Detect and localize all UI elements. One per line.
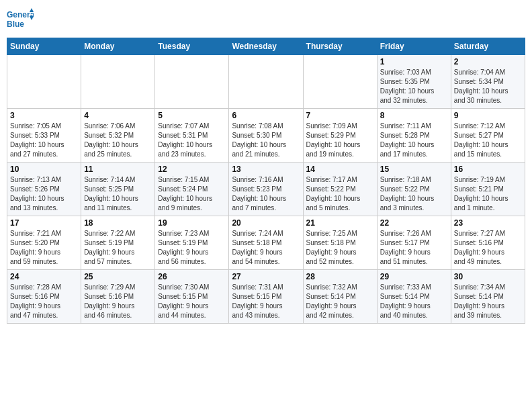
calendar-cell: 4Sunrise: 7:06 AM Sunset: 5:32 PM Daylig…: [81, 109, 155, 163]
calendar-week-2: 3Sunrise: 7:05 AM Sunset: 5:33 PM Daylig…: [7, 109, 525, 163]
weekday-header-monday: Monday: [81, 38, 155, 55]
day-info: Sunrise: 7:05 AM Sunset: 5:33 PM Dayligh…: [10, 122, 78, 159]
day-info: Sunrise: 7:14 AM Sunset: 5:25 PM Dayligh…: [84, 175, 152, 213]
calendar-cell: 21Sunrise: 7:25 AM Sunset: 5:18 PM Dayli…: [303, 216, 377, 270]
weekday-header-thursday: Thursday: [303, 38, 377, 55]
day-info: Sunrise: 7:07 AM Sunset: 5:31 PM Dayligh…: [158, 122, 226, 159]
day-info: Sunrise: 7:06 AM Sunset: 5:32 PM Dayligh…: [84, 122, 152, 159]
calendar-week-4: 17Sunrise: 7:21 AM Sunset: 5:20 PM Dayli…: [7, 216, 525, 270]
calendar-cell: 29Sunrise: 7:33 AM Sunset: 5:14 PM Dayli…: [377, 270, 451, 324]
day-info: Sunrise: 7:19 AM Sunset: 5:21 PM Dayligh…: [454, 175, 522, 213]
day-number: 5: [158, 111, 226, 120]
calendar-cell: [7, 55, 81, 109]
day-info: Sunrise: 7:11 AM Sunset: 5:28 PM Dayligh…: [380, 122, 448, 159]
calendar-cell: 10Sunrise: 7:13 AM Sunset: 5:26 PM Dayli…: [7, 163, 81, 216]
day-info: Sunrise: 7:27 AM Sunset: 5:16 PM Dayligh…: [454, 229, 522, 267]
day-info: Sunrise: 7:12 AM Sunset: 5:27 PM Dayligh…: [454, 122, 522, 159]
day-info: Sunrise: 7:26 AM Sunset: 5:17 PM Dayligh…: [380, 229, 448, 267]
day-number: 21: [306, 218, 374, 228]
day-number: 11: [84, 165, 152, 174]
day-number: 1: [380, 57, 448, 66]
day-info: Sunrise: 7:33 AM Sunset: 5:14 PM Dayligh…: [380, 283, 448, 320]
day-number: 25: [84, 272, 152, 281]
day-number: 15: [380, 165, 448, 174]
calendar-cell: 30Sunrise: 7:34 AM Sunset: 5:14 PM Dayli…: [451, 270, 525, 324]
calendar-cell: 24Sunrise: 7:28 AM Sunset: 5:16 PM Dayli…: [7, 270, 81, 324]
calendar-header-row: SundayMondayTuesdayWednesdayThursdayFrid…: [7, 38, 525, 55]
day-info: Sunrise: 7:34 AM Sunset: 5:14 PM Dayligh…: [454, 283, 522, 320]
calendar-cell: 6Sunrise: 7:08 AM Sunset: 5:30 PM Daylig…: [229, 109, 303, 163]
day-info: Sunrise: 7:28 AM Sunset: 5:16 PM Dayligh…: [10, 283, 78, 320]
calendar-cell: 12Sunrise: 7:15 AM Sunset: 5:24 PM Dayli…: [155, 163, 229, 216]
svg-text:Blue: Blue: [7, 19, 24, 29]
day-number: 6: [232, 111, 300, 120]
day-info: Sunrise: 7:30 AM Sunset: 5:15 PM Dayligh…: [158, 283, 226, 320]
day-info: Sunrise: 7:15 AM Sunset: 5:24 PM Dayligh…: [158, 175, 226, 213]
day-info: Sunrise: 7:17 AM Sunset: 5:22 PM Dayligh…: [306, 175, 374, 213]
calendar-cell: 7Sunrise: 7:09 AM Sunset: 5:29 PM Daylig…: [303, 109, 377, 163]
calendar-cell: 13Sunrise: 7:16 AM Sunset: 5:23 PM Dayli…: [229, 163, 303, 216]
day-info: Sunrise: 7:21 AM Sunset: 5:20 PM Dayligh…: [10, 229, 78, 267]
day-info: Sunrise: 7:24 AM Sunset: 5:18 PM Dayligh…: [232, 229, 300, 267]
day-info: Sunrise: 7:03 AM Sunset: 5:35 PM Dayligh…: [380, 68, 448, 105]
day-info: Sunrise: 7:13 AM Sunset: 5:26 PM Dayligh…: [10, 175, 78, 213]
calendar-cell: 25Sunrise: 7:29 AM Sunset: 5:16 PM Dayli…: [81, 270, 155, 324]
day-number: 28: [306, 272, 374, 281]
day-info: Sunrise: 7:31 AM Sunset: 5:15 PM Dayligh…: [232, 283, 300, 320]
calendar-cell: 17Sunrise: 7:21 AM Sunset: 5:20 PM Dayli…: [7, 216, 81, 270]
day-info: Sunrise: 7:23 AM Sunset: 5:19 PM Dayligh…: [158, 229, 226, 267]
calendar-body: 1Sunrise: 7:03 AM Sunset: 5:35 PM Daylig…: [7, 55, 525, 324]
day-number: 4: [84, 111, 152, 120]
day-number: 23: [454, 218, 522, 228]
calendar-cell: 3Sunrise: 7:05 AM Sunset: 5:33 PM Daylig…: [7, 109, 81, 163]
logo-svg: General Blue: [7, 7, 34, 34]
day-number: 18: [84, 218, 152, 228]
day-number: 27: [232, 272, 300, 281]
day-info: Sunrise: 7:32 AM Sunset: 5:14 PM Dayligh…: [306, 283, 374, 320]
day-info: Sunrise: 7:25 AM Sunset: 5:18 PM Dayligh…: [306, 229, 374, 267]
weekday-header-wednesday: Wednesday: [229, 38, 303, 55]
day-number: 3: [10, 111, 78, 120]
svg-text:General: General: [7, 10, 34, 19]
day-number: 14: [306, 165, 374, 174]
day-number: 2: [454, 57, 522, 66]
calendar-week-5: 24Sunrise: 7:28 AM Sunset: 5:16 PM Dayli…: [7, 270, 525, 324]
logo: General Blue: [7, 7, 34, 34]
day-number: 20: [232, 218, 300, 228]
calendar-cell: 5Sunrise: 7:07 AM Sunset: 5:31 PM Daylig…: [155, 109, 229, 163]
day-number: 19: [158, 218, 226, 228]
calendar-cell: 14Sunrise: 7:17 AM Sunset: 5:22 PM Dayli…: [303, 163, 377, 216]
day-number: 9: [454, 111, 522, 120]
weekday-header-tuesday: Tuesday: [155, 38, 229, 55]
day-info: Sunrise: 7:22 AM Sunset: 5:19 PM Dayligh…: [84, 229, 152, 267]
calendar-cell: 28Sunrise: 7:32 AM Sunset: 5:14 PM Dayli…: [303, 270, 377, 324]
page-header: General Blue: [7, 7, 525, 34]
day-number: 22: [380, 218, 448, 228]
weekday-header-sunday: Sunday: [7, 38, 81, 55]
calendar-cell: 16Sunrise: 7:19 AM Sunset: 5:21 PM Dayli…: [451, 163, 525, 216]
calendar-cell: 22Sunrise: 7:26 AM Sunset: 5:17 PM Dayli…: [377, 216, 451, 270]
day-info: Sunrise: 7:09 AM Sunset: 5:29 PM Dayligh…: [306, 122, 374, 159]
day-info: Sunrise: 7:04 AM Sunset: 5:34 PM Dayligh…: [454, 68, 522, 105]
day-number: 29: [380, 272, 448, 281]
day-info: Sunrise: 7:29 AM Sunset: 5:16 PM Dayligh…: [84, 283, 152, 320]
day-number: 17: [10, 218, 78, 228]
calendar-cell: 19Sunrise: 7:23 AM Sunset: 5:19 PM Dayli…: [155, 216, 229, 270]
weekday-header-friday: Friday: [377, 38, 451, 55]
calendar-cell: 11Sunrise: 7:14 AM Sunset: 5:25 PM Dayli…: [81, 163, 155, 216]
calendar-cell: 8Sunrise: 7:11 AM Sunset: 5:28 PM Daylig…: [377, 109, 451, 163]
day-number: 26: [158, 272, 226, 281]
calendar-week-1: 1Sunrise: 7:03 AM Sunset: 5:35 PM Daylig…: [7, 55, 525, 109]
calendar-cell: 1Sunrise: 7:03 AM Sunset: 5:35 PM Daylig…: [377, 55, 451, 109]
calendar-cell: [155, 55, 229, 109]
weekday-header-saturday: Saturday: [451, 38, 525, 55]
day-info: Sunrise: 7:08 AM Sunset: 5:30 PM Dayligh…: [232, 122, 300, 159]
day-number: 7: [306, 111, 374, 120]
calendar-cell: [303, 55, 377, 109]
calendar-cell: 2Sunrise: 7:04 AM Sunset: 5:34 PM Daylig…: [451, 55, 525, 109]
calendar-cell: [229, 55, 303, 109]
calendar-cell: 18Sunrise: 7:22 AM Sunset: 5:19 PM Dayli…: [81, 216, 155, 270]
day-number: 10: [10, 165, 78, 174]
day-number: 24: [10, 272, 78, 281]
calendar-table: SundayMondayTuesdayWednesdayThursdayFrid…: [7, 38, 525, 324]
